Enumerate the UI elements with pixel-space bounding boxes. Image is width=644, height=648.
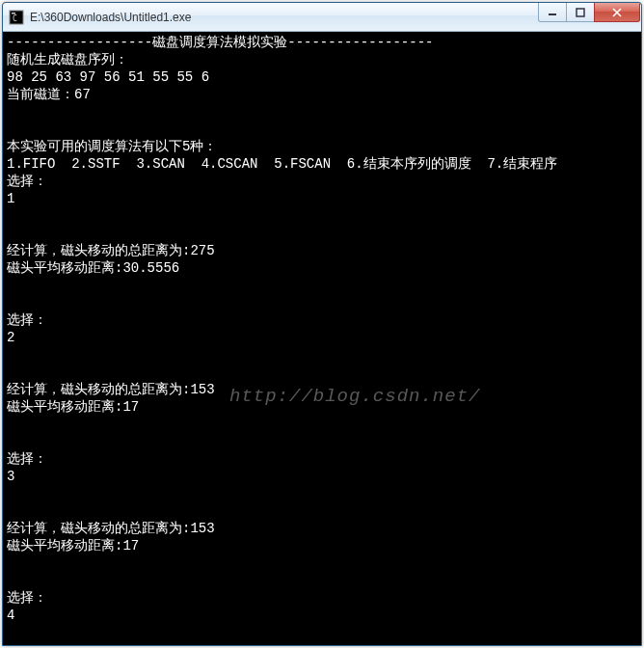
header-title: 磁盘调度算法模拟实验 <box>152 35 287 50</box>
svg-text:C: C <box>13 14 17 23</box>
avg-dist-1: 30.5556 <box>122 260 179 276</box>
svg-rect-3 <box>549 14 556 15</box>
app-window: C E:\360Downloads\Untitled1.exe --------… <box>2 2 642 646</box>
window-title: E:\360Downloads\Untitled1.exe <box>30 11 539 24</box>
sequence-values: 98 25 63 97 56 51 55 55 6 <box>7 69 209 85</box>
avg-dist-3: 17 <box>122 538 139 554</box>
total-dist-label-3: 经计算，磁头移动的总距离为: <box>7 521 190 536</box>
close-button[interactable] <box>594 3 640 22</box>
input-4: 4 <box>7 608 14 623</box>
choose-label-4: 选择： <box>7 590 47 606</box>
avg-dist-label-2: 磁头平均移动距离: <box>7 399 122 415</box>
total-dist-3: 153 <box>190 521 214 536</box>
total-dist-label-1: 经计算，磁头移动的总距离为: <box>7 243 190 258</box>
total-dist-label-2: 经计算，磁头移动的总距离为: <box>7 382 190 397</box>
input-3: 3 <box>7 469 14 484</box>
maximize-button[interactable] <box>566 3 595 22</box>
divider-right: ------------------ <box>287 35 433 50</box>
titlebar[interactable]: C E:\360Downloads\Untitled1.exe <box>3 3 641 32</box>
input-2: 2 <box>7 330 14 345</box>
avg-dist-label-1: 磁头平均移动距离: <box>7 260 122 276</box>
choose-label-2: 选择： <box>7 312 47 328</box>
input-1: 1 <box>7 191 14 206</box>
current-track-label: 当前磁道： <box>7 87 74 102</box>
avg-dist-2: 17 <box>122 399 139 415</box>
window-buttons <box>539 3 640 22</box>
minimize-button[interactable] <box>538 3 567 22</box>
console-output[interactable]: ------------------磁盘调度算法模拟实验------------… <box>3 32 641 645</box>
current-track-value: 67 <box>74 87 91 102</box>
avg-dist-label-3: 磁头平均移动距离: <box>7 538 122 554</box>
total-dist-2: 153 <box>190 382 214 397</box>
app-icon: C <box>9 10 24 25</box>
random-seq-label: 随机生成磁盘序列： <box>7 52 128 68</box>
choose-label-3: 选择： <box>7 451 47 467</box>
divider-left: ------------------ <box>7 35 152 50</box>
choose-label-1: 选择： <box>7 174 47 189</box>
algo-intro: 本实验可用的调度算法有以下5种： <box>7 139 217 154</box>
svg-rect-4 <box>577 9 584 16</box>
total-dist-1: 275 <box>190 243 214 258</box>
menu-options: 1.FIFO 2.SSTF 3.SCAN 4.CSCAN 5.FSCAN 6.结… <box>7 156 557 172</box>
